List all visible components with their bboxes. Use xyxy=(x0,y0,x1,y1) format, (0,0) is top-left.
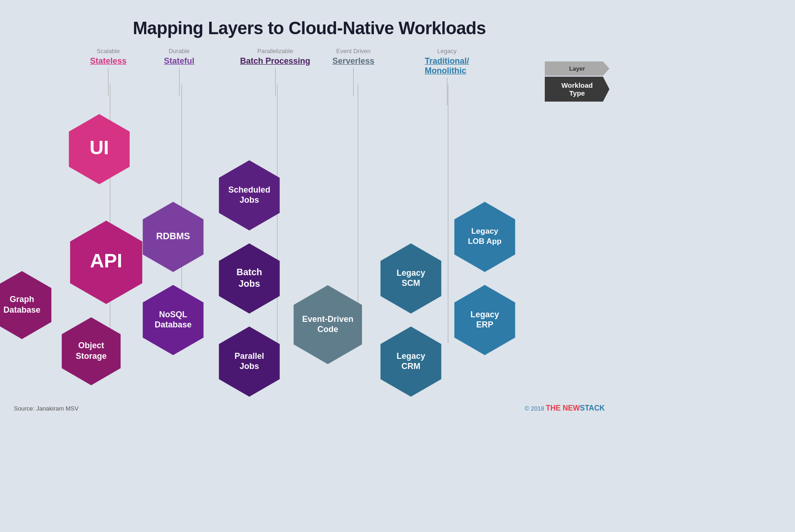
legend-layer-label: Layer xyxy=(545,61,609,76)
brand-stack: STACK xyxy=(580,404,605,412)
brand-new: THE NEW xyxy=(546,404,580,412)
legend-workload-label: WorkloadType xyxy=(545,77,609,102)
hexagon-layer: UIAPIGraphDatabaseObjectStorageRDBMSNoSQ… xyxy=(0,48,619,399)
copyright-symbol: © 2018 xyxy=(525,405,544,412)
hex-text-rdbms: RDBMS xyxy=(156,231,190,241)
footer: Source: Janakiram MSV © 2018 THE NEWSTAC… xyxy=(0,404,619,412)
hex-text-ui: UI xyxy=(90,137,109,158)
legend-box: Layer WorkloadType xyxy=(545,61,609,102)
main-content: ScalableStatelessDurableStatefulParallel… xyxy=(0,48,619,417)
footer-source: Source: Janakiram MSV xyxy=(14,405,78,412)
page-title: Mapping Layers to Cloud-Native Workloads xyxy=(0,0,619,48)
hex-text-api: API xyxy=(90,250,122,272)
footer-brand: © 2018 THE NEWSTACK xyxy=(525,404,605,412)
